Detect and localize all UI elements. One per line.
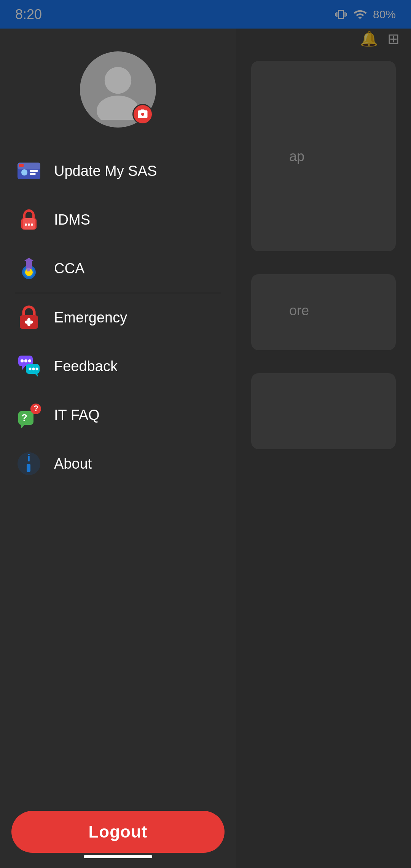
svg-rect-19	[27, 268, 30, 271]
menu-item-about[interactable]: i About	[8, 439, 228, 488]
it-faq-icon: ? ?	[15, 401, 43, 429]
cca-icon	[15, 255, 43, 282]
camera-icon	[137, 108, 148, 120]
svg-marker-30	[35, 374, 38, 377]
svg-point-4	[21, 169, 27, 176]
svg-marker-35	[21, 425, 24, 428]
svg-point-13	[31, 223, 33, 226]
svg-point-27	[24, 359, 27, 362]
menu-label-cca: CCA	[54, 260, 84, 277]
avatar-circle[interactable]	[80, 51, 156, 128]
menu-label-update-my-sas: Update My SAS	[54, 163, 157, 179]
menu-label-about: About	[54, 456, 92, 472]
svg-rect-5	[30, 170, 38, 172]
avatar-section[interactable]	[80, 29, 156, 147]
menu-item-update-my-sas[interactable]: Update My SAS	[8, 147, 228, 195]
bottom-bar	[0, 845, 236, 868]
menu-item-cca[interactable]: CCA	[8, 244, 228, 293]
svg-rect-41	[27, 464, 30, 472]
svg-marker-18	[24, 258, 33, 261]
feedback-icon	[15, 353, 43, 380]
svg-point-31	[29, 368, 32, 370]
svg-point-32	[32, 368, 35, 370]
svg-point-11	[25, 223, 27, 226]
about-icon: i	[15, 450, 43, 477]
navigation-drawer: Update My SAS IDMS	[0, 29, 236, 868]
bottom-indicator	[84, 855, 152, 858]
menu-label-feedback: Feedback	[54, 358, 118, 375]
svg-point-33	[36, 368, 38, 370]
menu-label-emergency: Emergency	[54, 310, 127, 326]
idms-icon	[15, 206, 43, 233]
svg-marker-25	[22, 366, 25, 370]
svg-text:i: i	[27, 452, 30, 464]
svg-point-12	[28, 223, 30, 226]
menu-item-it-faq[interactable]: ? ? IT FAQ	[8, 391, 228, 439]
svg-rect-8	[19, 164, 24, 166]
emergency-icon	[15, 304, 43, 331]
svg-point-26	[21, 359, 24, 362]
update-my-sas-icon	[15, 157, 43, 185]
menu-item-idms[interactable]: IDMS	[8, 195, 228, 244]
menu-item-emergency[interactable]: Emergency	[8, 293, 228, 342]
menu-item-feedback[interactable]: Feedback	[8, 342, 228, 391]
menu-list: Update My SAS IDMS	[0, 147, 236, 803]
svg-text:?: ?	[21, 412, 27, 423]
svg-point-28	[28, 359, 31, 362]
svg-text:?: ?	[33, 404, 38, 413]
svg-rect-23	[25, 321, 33, 324]
svg-rect-6	[30, 173, 36, 175]
menu-label-idms: IDMS	[54, 212, 90, 228]
camera-badge[interactable]	[132, 104, 153, 124]
svg-point-0	[105, 67, 131, 94]
menu-label-it-faq: IT FAQ	[54, 407, 100, 423]
